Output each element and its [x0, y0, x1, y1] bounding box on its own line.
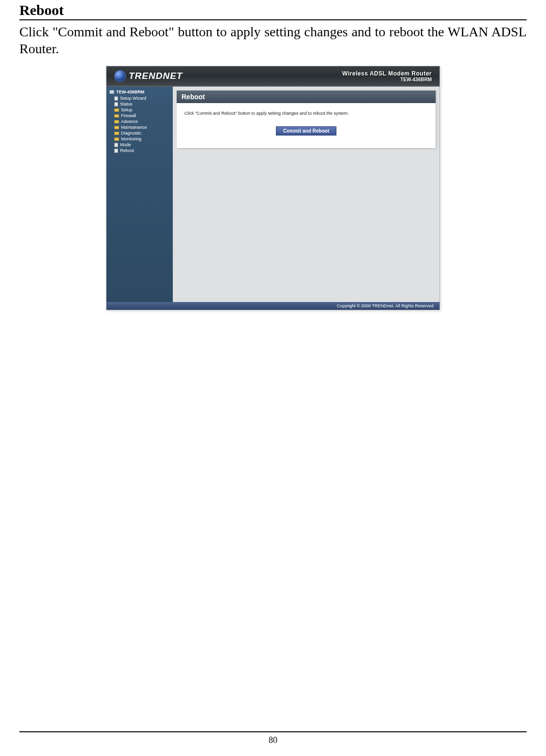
- router-screenshot: TRENDNET Wireless ADSL Modem Router TEW-…: [106, 66, 440, 310]
- file-icon: [114, 143, 118, 147]
- panel-description: Click "Commit and Reboot" button to appl…: [184, 111, 428, 116]
- sidebar-item-label: Setup Wizard: [120, 96, 146, 101]
- file-icon: [114, 102, 118, 106]
- router-body: TEW-436BRM Setup Wizard Status Setup Fir…: [106, 87, 440, 302]
- brand-logo: TRENDNET: [114, 70, 182, 82]
- sidebar-item-label: Mode: [120, 142, 131, 147]
- sidebar-item-reboot[interactable]: Reboot: [109, 148, 170, 153]
- folder-icon: [114, 126, 119, 129]
- content-area: Reboot Click "Commit and Reboot" button …: [173, 87, 440, 302]
- folder-icon: [114, 132, 119, 135]
- folder-icon: [114, 137, 119, 141]
- footer-divider: [19, 731, 527, 732]
- nav-root-label: TEW-436BRM: [116, 90, 144, 94]
- router-footer: Copyright © 2009 TRENDnet. All Rights Re…: [106, 302, 440, 310]
- panel-title: Reboot: [177, 91, 436, 103]
- sidebar-item-advance[interactable]: Advance: [109, 119, 170, 124]
- sidebar: TEW-436BRM Setup Wizard Status Setup Fir…: [106, 87, 173, 302]
- nav-root[interactable]: TEW-436BRM: [109, 90, 170, 94]
- sidebar-item-label: Status: [120, 102, 133, 106]
- sidebar-item-label: Monitoring: [121, 136, 141, 141]
- file-icon: [114, 149, 118, 153]
- globe-icon: [114, 70, 126, 82]
- folder-icon: [114, 108, 119, 112]
- sidebar-item-setup-wizard[interactable]: Setup Wizard: [109, 95, 170, 101]
- section-heading: Reboot: [19, 0, 527, 19]
- sidebar-item-label: Setup: [121, 107, 133, 112]
- page-number: 80: [19, 735, 527, 745]
- sidebar-item-mode[interactable]: Mode: [109, 142, 170, 148]
- header-title-line1: Wireless ADSL Modem Router: [342, 70, 432, 77]
- sidebar-item-diagnostic[interactable]: Diagnostic: [109, 130, 170, 136]
- sidebar-item-maintainance[interactable]: Maintainance: [109, 124, 170, 130]
- file-icon: [114, 96, 118, 101]
- reboot-panel: Reboot Click "Commit and Reboot" button …: [177, 91, 436, 148]
- heading-divider: [19, 19, 527, 20]
- sidebar-item-setup[interactable]: Setup: [109, 107, 170, 113]
- header-title-line2: TEW-436BRM: [342, 77, 432, 82]
- sidebar-item-label: Firewall: [121, 113, 136, 118]
- sidebar-item-label: Diagnostic: [121, 131, 141, 136]
- folder-icon: [114, 114, 119, 118]
- header-product-title: Wireless ADSL Modem Router TEW-436BRM: [342, 70, 432, 82]
- commit-and-reboot-button[interactable]: Commit and Reboot: [276, 126, 336, 136]
- sidebar-item-label: Advance: [121, 119, 138, 124]
- sidebar-item-status[interactable]: Status: [109, 101, 170, 107]
- panel-body: Click "Commit and Reboot" button to appl…: [177, 103, 436, 148]
- sidebar-item-label: Reboot: [120, 148, 134, 153]
- sidebar-item-firewall[interactable]: Firewall: [109, 113, 170, 119]
- section-body-text: Click "Commit and Reboot" button to appl…: [19, 23, 527, 57]
- page-content: Reboot Click "Commit and Reboot" button …: [19, 0, 527, 310]
- sidebar-item-monitoring[interactable]: Monitoring: [109, 136, 170, 142]
- computer-icon: [109, 90, 114, 94]
- folder-icon: [114, 120, 119, 123]
- page-footer: 80: [19, 731, 527, 745]
- router-header: TRENDNET Wireless ADSL Modem Router TEW-…: [106, 66, 440, 87]
- sidebar-item-label: Maintainance: [121, 125, 147, 130]
- brand-text: TRENDNET: [129, 71, 182, 81]
